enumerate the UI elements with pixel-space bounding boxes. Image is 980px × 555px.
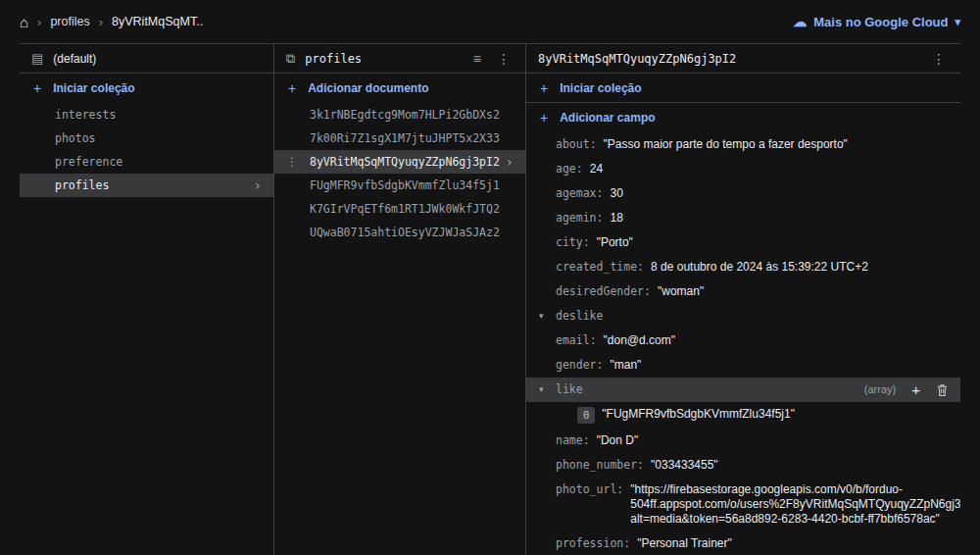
collection-item[interactable]: photos <box>20 126 273 150</box>
kebab-menu-icon[interactable]: ⋮ <box>929 51 949 67</box>
field-row[interactable]: phone_number "033433455" <box>526 453 960 478</box>
add-document-button[interactable]: + Adicionar documento <box>274 74 525 103</box>
field-key: about <box>556 137 597 152</box>
field-value: "Porto" <box>597 235 633 250</box>
document-id: 8yVRitMqSqMTQyuqyZZpN6gj3pI2 <box>310 155 500 169</box>
start-collection-label: Iniciar coleção <box>560 81 641 95</box>
collection-item[interactable]: interests <box>20 103 273 126</box>
field-row[interactable]: gender "man" <box>526 353 960 378</box>
field-key: deslike <box>556 309 603 324</box>
cloud-icon: ☁ <box>793 14 807 29</box>
collection-item[interactable]: preference <box>20 150 273 174</box>
field-row[interactable]: agemax 30 <box>526 181 960 206</box>
field-row[interactable]: photo_url "https://firebasestorage.googl… <box>526 478 960 531</box>
collection-name: interests <box>55 108 116 122</box>
breadcrumb-collection[interactable]: profiles <box>50 15 89 28</box>
document-id: K7GIrVPqETf6m1RT1JWk0WkfJTQ2 <box>310 202 500 216</box>
database-title: (default) <box>53 52 96 66</box>
collection-item[interactable]: profiles › <box>20 174 273 197</box>
document-id: 7k00Ri7Z1sgX1M7jtuJHPT5x2X33 <box>310 131 500 145</box>
document-item[interactable]: 3k1rNBEgdtcg9Mom7HLPi2GbDXs2 <box>274 103 525 126</box>
document-title: 8yVRitMqSqMTQyuqyZZpN6gj3pI2 <box>538 52 736 66</box>
field-value: "https://firebasestorage.googleapis.com/… <box>630 482 960 527</box>
document-item[interactable]: 7k00Ri7Z1sgX1M7jtuJHPT5x2X33 <box>274 126 525 150</box>
add-field-label: Adicionar campo <box>560 111 655 125</box>
document-list: 3k1rNBEgdtcg9Mom7HLPi2GbDXs2 7k00Ri7Z1sg… <box>274 103 525 244</box>
home-icon[interactable]: ⌂ <box>20 14 28 30</box>
collapse-icon[interactable]: ▾ <box>539 309 544 324</box>
add-document-label: Adicionar documento <box>308 81 428 95</box>
field-value: "Passo maior parte do tempo a fazer desp… <box>604 137 848 152</box>
start-collection-button[interactable]: + Iniciar coleção <box>20 74 273 103</box>
field-value: "woman" <box>658 284 704 299</box>
field-key: gender <box>556 358 603 373</box>
field-list: about "Passo maior parte do tempo a faze… <box>526 132 960 555</box>
field-key: like <box>556 382 583 397</box>
field-value: "man" <box>610 358 641 373</box>
document-id: UQwaB0715ahtiOEsyVZJWJaSJAz2 <box>310 226 500 239</box>
chevron-right-icon: › <box>37 15 41 29</box>
array-item-row[interactable]: 0 "FUgMFR9vfbSdgbKVmmfZlu34f5j1" <box>526 402 960 429</box>
field-key: photo_url <box>556 482 623 497</box>
field-key: agemax <box>556 186 603 201</box>
add-array-item-button[interactable]: + <box>911 383 920 396</box>
field-row[interactable]: name "Don D" <box>526 429 960 453</box>
collection-name: profiles <box>55 178 109 192</box>
field-row[interactable]: profession "Personal Trainer" <box>526 531 960 555</box>
field-row[interactable]: city "Porto" <box>526 230 960 255</box>
field-value: "FUgMFR9vfbSdgbKVmmfZlu34f5j1" <box>602 407 795 422</box>
kebab-menu-icon[interactable]: ⋮ <box>286 155 298 169</box>
field-row[interactable]: desiredGender "woman" <box>526 279 960 304</box>
field-key: age <box>556 162 583 177</box>
database-icon: ▤ <box>31 51 43 66</box>
array-index-badge: 0 <box>577 407 595 424</box>
filter-icon[interactable]: ≡ <box>470 51 484 67</box>
field-row[interactable]: agemin 18 <box>526 206 960 230</box>
plus-icon: + <box>288 80 296 96</box>
field-type-badge: (array) <box>864 382 896 397</box>
document-id: 3k1rNBEgdtcg9Mom7HLPi2GbDXs2 <box>310 108 500 122</box>
field-key: name <box>556 433 590 448</box>
field-row-map[interactable]: ▾ deslike <box>526 304 960 328</box>
document-item[interactable]: ⋮ 8yVRitMqSqMTQyuqyZZpN6gj3pI2 › <box>274 150 525 174</box>
delete-field-icon[interactable] <box>936 383 949 397</box>
start-collection-label: Iniciar coleção <box>53 81 134 95</box>
chevron-right-icon: › <box>99 15 103 29</box>
field-row[interactable]: created_time 8 de outubro de 2024 às 15:… <box>526 255 960 279</box>
document-item[interactable]: FUgMFR9vfbSdgbKVmmfZlu34f5j1 <box>274 174 525 197</box>
field-value: "Personal Trainer" <box>637 536 732 551</box>
database-panel: ▤ (default) + Iniciar coleção interests … <box>20 44 274 555</box>
field-row[interactable]: age 24 <box>526 157 960 181</box>
add-field-button[interactable]: + Adicionar campo <box>526 103 960 132</box>
field-row[interactable]: email "don@d.com" <box>526 328 960 353</box>
documents-panel: ⧉ profiles ≡ ⋮ + Adicionar documento 3k1… <box>274 44 526 555</box>
caret-down-icon: ▾ <box>955 16 960 28</box>
document-item[interactable]: UQwaB0715ahtiOEsyVZJWJaSJAz2 <box>274 221 525 244</box>
document-panel: 8yVRitMqSqMTQyuqyZZpN6gj3pI2 ⋮ + Iniciar… <box>526 44 960 555</box>
collapse-icon[interactable]: ▾ <box>539 382 544 397</box>
database-panel-header: ▤ (default) <box>20 44 273 74</box>
topbar: ⌂ › profiles › 8yVRitMqSqMT.. ☁ Mais no … <box>0 0 980 43</box>
field-value: 18 <box>610 211 622 226</box>
chevron-right-icon: › <box>506 154 514 170</box>
field-key: agemin <box>556 211 603 226</box>
google-cloud-link[interactable]: ☁ Mais no Google Cloud ▾ <box>793 14 960 29</box>
field-row-array[interactable]: ▾ like (array) + <box>526 378 960 402</box>
field-key: city <box>556 235 590 250</box>
chevron-right-icon: › <box>254 177 262 193</box>
field-value: 30 <box>610 186 622 201</box>
plus-icon: + <box>540 110 548 126</box>
field-value: "Don D" <box>597 433 639 448</box>
document-item[interactable]: K7GIrVPqETf6m1RT1JWk0WkfJTQ2 <box>274 197 525 221</box>
breadcrumb-document[interactable]: 8yVRitMqSqMT.. <box>112 15 203 28</box>
field-key: desiredGender <box>556 284 651 299</box>
field-key: phone_number <box>556 458 644 473</box>
field-row[interactable]: about "Passo maior parte do tempo a faze… <box>526 132 960 157</box>
start-collection-button[interactable]: + Iniciar coleção <box>526 74 960 103</box>
plus-icon: + <box>540 80 548 96</box>
field-key: profession <box>556 536 630 551</box>
firestore-panels: ▤ (default) + Iniciar coleção interests … <box>20 43 960 555</box>
collection-name: preference <box>55 155 122 169</box>
field-value: 8 de outubro de 2024 às 15:39:22 UTC+2 <box>651 260 868 275</box>
kebab-menu-icon[interactable]: ⋮ <box>494 51 514 67</box>
